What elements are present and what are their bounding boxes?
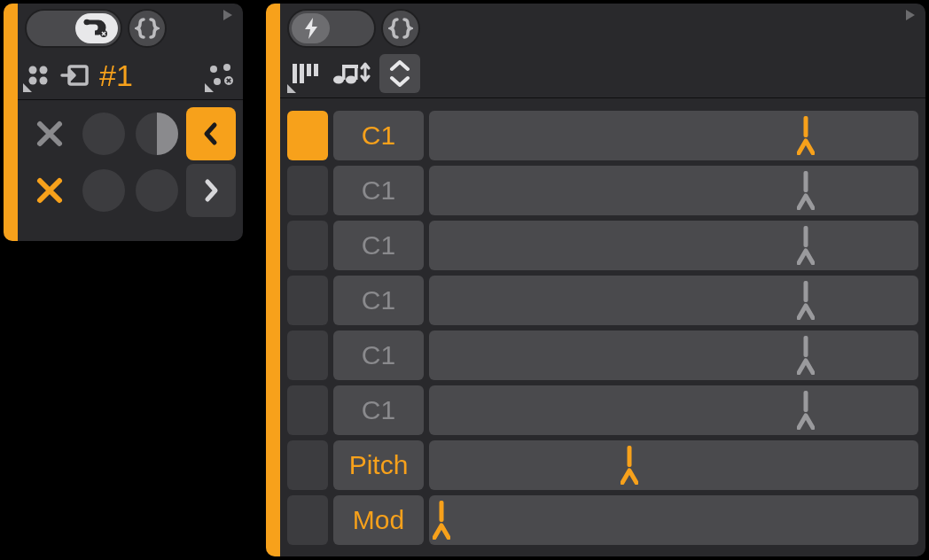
svg-point-0 <box>84 19 90 25</box>
track-row: C1 <box>287 166 918 215</box>
track-lane[interactable] <box>429 440 918 490</box>
route-icon <box>83 18 110 39</box>
track-lane[interactable] <box>429 331 918 380</box>
value-marker[interactable] <box>433 501 450 540</box>
panel-accent-strip <box>4 4 18 241</box>
knob-icon <box>82 169 125 212</box>
svg-rect-19 <box>342 65 358 68</box>
track-row: C1 <box>287 221 918 270</box>
track-lane[interactable] <box>429 276 918 325</box>
track-lane[interactable] <box>429 221 918 270</box>
svg-rect-14 <box>314 64 318 76</box>
track-label[interactable]: C1 <box>333 331 424 380</box>
value-marker[interactable] <box>797 281 815 320</box>
svg-point-3 <box>40 66 48 74</box>
bars-button[interactable] <box>287 54 323 93</box>
track-row: C1 <box>287 385 918 435</box>
svg-point-8 <box>223 64 230 71</box>
braces-icon <box>388 16 413 41</box>
track-label[interactable]: C1 <box>333 111 424 160</box>
mode-toggle-left[interactable] <box>29 13 72 43</box>
chevron-left-icon <box>202 121 220 146</box>
dots4-random-icon[interactable] <box>207 62 236 89</box>
step-grid <box>25 107 236 217</box>
trigger-mode-right[interactable] <box>333 13 371 43</box>
track-list: C1C1C1C1C1C1PitchMod <box>282 111 922 551</box>
pattern-label[interactable]: #1 <box>99 58 133 93</box>
bolt-icon <box>302 17 320 40</box>
mode-toggle[interactable] <box>25 9 122 48</box>
track-row: C1 <box>287 331 918 380</box>
track-row: Pitch <box>287 440 918 490</box>
grid-cell-3-prev[interactable] <box>186 107 237 160</box>
divider <box>18 99 243 100</box>
track-select-button[interactable] <box>287 385 328 435</box>
svg-rect-12 <box>300 64 304 83</box>
track-label[interactable]: C1 <box>333 276 424 325</box>
track-lane[interactable] <box>429 385 918 435</box>
value-marker[interactable] <box>797 116 815 155</box>
braces-button[interactable] <box>128 9 167 48</box>
trigger-mode-toggle[interactable] <box>287 9 376 48</box>
track-label[interactable]: C1 <box>333 385 424 435</box>
svg-rect-11 <box>293 64 297 83</box>
track-lane[interactable] <box>429 166 918 215</box>
expand-vertical-button[interactable] <box>379 54 420 93</box>
track-select-button[interactable] <box>287 166 328 215</box>
svg-rect-13 <box>307 64 311 76</box>
note-updown-icon <box>332 60 371 87</box>
svg-point-5 <box>40 77 48 85</box>
play-indicator-icon[interactable] <box>904 9 917 21</box>
x-icon <box>34 175 66 206</box>
note-updown-button[interactable] <box>330 54 372 93</box>
value-marker[interactable] <box>621 446 638 485</box>
device-panel-left: #1 <box>4 4 243 241</box>
divider <box>280 97 925 98</box>
track-select-button[interactable] <box>287 440 328 490</box>
knob-icon <box>136 169 178 212</box>
track-select-button[interactable] <box>287 221 328 270</box>
grid-cell-0[interactable] <box>25 107 75 160</box>
track-label[interactable]: C1 <box>333 166 424 215</box>
bars-icon <box>290 60 320 87</box>
input-icon[interactable] <box>60 62 90 89</box>
dots4-icon[interactable] <box>25 62 51 89</box>
track-lane[interactable] <box>429 111 918 160</box>
knob-half-icon <box>136 113 178 155</box>
track-select-button[interactable] <box>287 495 328 545</box>
track-row: C1 <box>287 111 918 160</box>
value-marker[interactable] <box>797 336 815 375</box>
braces-icon <box>135 16 160 41</box>
braces-button[interactable] <box>381 9 420 48</box>
play-indicator-icon[interactable] <box>222 9 234 21</box>
grid-cell-7-next[interactable] <box>186 164 237 217</box>
svg-point-9 <box>214 78 221 85</box>
grid-cell-1[interactable] <box>79 107 129 160</box>
track-select-button[interactable] <box>287 111 328 160</box>
mode-toggle-right[interactable] <box>75 13 118 43</box>
value-marker[interactable] <box>797 171 815 210</box>
track-row: C1 <box>287 276 918 325</box>
knob-icon <box>82 113 125 155</box>
grid-cell-5[interactable] <box>79 164 129 217</box>
value-marker[interactable] <box>797 226 815 265</box>
trigger-mode-left[interactable] <box>292 13 330 43</box>
track-row: Mod <box>287 495 918 545</box>
svg-point-7 <box>210 66 217 73</box>
svg-point-2 <box>29 66 37 74</box>
track-label[interactable]: Pitch <box>333 440 424 490</box>
x-icon <box>34 118 66 150</box>
value-marker[interactable] <box>797 391 815 430</box>
grid-cell-4[interactable] <box>25 164 75 217</box>
track-label[interactable]: Mod <box>333 495 424 545</box>
grid-cell-6[interactable] <box>132 164 183 217</box>
panel-accent-strip <box>266 4 280 556</box>
grid-cell-2[interactable] <box>132 107 183 160</box>
track-select-button[interactable] <box>287 276 328 325</box>
device-panel-right: C1C1C1C1C1C1PitchMod <box>266 4 925 556</box>
track-label[interactable]: C1 <box>333 221 424 270</box>
track-lane[interactable] <box>429 495 918 545</box>
expand-vertical-icon <box>387 60 412 87</box>
track-select-button[interactable] <box>287 331 328 380</box>
chevron-right-icon <box>202 178 220 203</box>
